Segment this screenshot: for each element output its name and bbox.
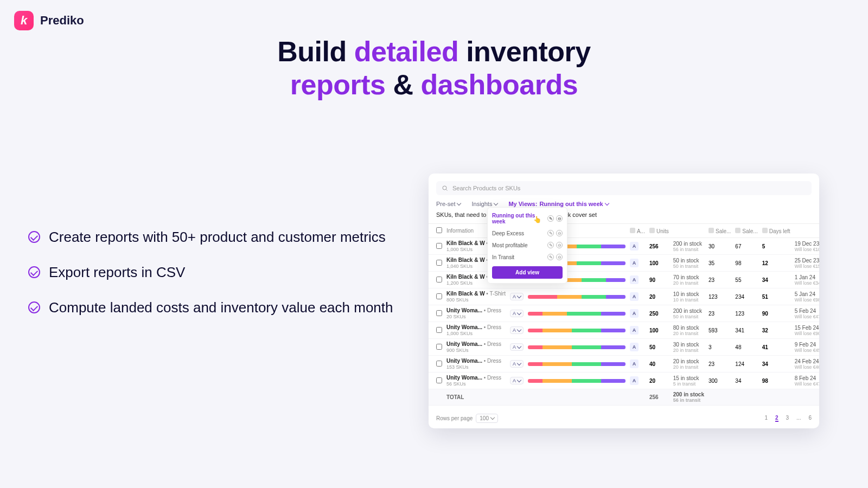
grade-badge: A: [630, 259, 639, 267]
grade-badge: A: [630, 376, 639, 385]
stock-cell: 50 in stock50 in transit: [671, 255, 706, 272]
row-checkbox[interactable]: [436, 344, 442, 350]
stock-cell: 20 in stock20 in transit: [671, 356, 706, 373]
page-1[interactable]: 1: [764, 415, 768, 422]
units-cell: 256: [647, 238, 671, 255]
date-cell: 5 Jan 24Will lose €982 per day: [793, 288, 819, 305]
stock-cell: 200 in stock50 in transit: [671, 305, 706, 322]
search-input[interactable]: Search Products or SKUs: [436, 181, 812, 195]
row-checkbox[interactable]: [436, 327, 442, 333]
sale1-cell: 23: [706, 305, 733, 322]
svg-point-0: [443, 186, 446, 190]
table-row: Kiln Black & W • T-Shirt800 SKUs A A 20 …: [429, 288, 819, 305]
bullet-text: Export reports in CSV: [49, 263, 185, 282]
units-cell: 20: [647, 288, 671, 305]
daysleft-cell: 98: [760, 373, 793, 389]
sale2-cell: 124: [733, 356, 760, 373]
grade-select[interactable]: A: [510, 360, 524, 368]
table-row: Unity Woma... • Dress1,000 SKUs A A 100 …: [429, 322, 819, 339]
rows-per-page-select[interactable]: 100: [476, 414, 498, 423]
col-units[interactable]: Units: [647, 224, 671, 238]
sale2-cell: 341: [733, 322, 760, 339]
view-item-running-out[interactable]: Running out this week✎⊖: [488, 210, 567, 227]
remove-icon[interactable]: ⊖: [556, 242, 563, 248]
stock-cell: 70 in stock20 in transit: [671, 272, 706, 288]
grade-select[interactable]: A: [510, 293, 524, 300]
daysleft-cell: 34: [760, 356, 793, 373]
grade-select[interactable]: A: [510, 343, 524, 351]
total-stock: 200 in stock56 in transit: [671, 389, 706, 406]
pagination: 1 2 3 ... 6: [764, 415, 812, 422]
bullet-2: Export reports in CSV: [28, 263, 397, 282]
edit-icon[interactable]: ✎: [547, 230, 554, 236]
units-cell: 100: [647, 255, 671, 272]
stock-cell: 200 in stock56 in transit: [671, 238, 706, 255]
rows-per-page: Rows per page 100: [436, 414, 498, 423]
view-item-deep-excess[interactable]: Deep Excess✎⊖: [488, 227, 567, 239]
daysleft-cell: 5: [760, 238, 793, 255]
col-sale2[interactable]: Sale...: [733, 224, 760, 238]
select-all-checkbox[interactable]: [436, 227, 442, 233]
row-checkbox[interactable]: [436, 361, 442, 367]
insights-dropdown[interactable]: Insights: [471, 201, 497, 207]
date-cell: 5 Feb 24Will lose €475 per day: [793, 305, 819, 322]
sale2-cell: 55: [733, 272, 760, 288]
product-info: Unity Woma... • Dress20 SKUs: [444, 305, 508, 322]
sale2-cell: 234: [733, 288, 760, 305]
row-checkbox[interactable]: [436, 243, 442, 249]
bullet-text: Compute landed costs and inventory value…: [49, 298, 393, 317]
grade-select[interactable]: A: [510, 326, 524, 334]
stock-bar: [528, 345, 626, 349]
col-sale1[interactable]: Sale...: [706, 224, 733, 238]
row-checkbox[interactable]: [436, 310, 442, 316]
grade-badge: A: [630, 343, 639, 351]
product-info: Unity Woma... • Dress1,000 SKUs: [444, 322, 508, 339]
edit-icon[interactable]: ✎: [547, 254, 554, 260]
col-daysleft[interactable]: Days left: [760, 224, 793, 238]
svg-line-1: [446, 190, 448, 191]
cursor-icon: 👆: [533, 216, 541, 223]
view-item-most-profitable[interactable]: Most profitable✎⊖: [488, 239, 567, 251]
row-checkbox[interactable]: [436, 260, 442, 266]
stock-cell: 15 in stock5 in transit: [671, 373, 706, 389]
row-checkbox[interactable]: [436, 277, 442, 282]
chevron-down-icon: [604, 201, 609, 205]
chevron-down-icon: [457, 201, 461, 205]
daysleft-cell: 34: [760, 272, 793, 288]
units-cell: 50: [647, 339, 671, 356]
grade-select[interactable]: A: [510, 310, 524, 317]
stock-bar: [528, 362, 626, 366]
sale1-cell: 300: [706, 373, 733, 389]
date-cell: 15 Feb 24Will lose €90 per day: [793, 322, 819, 339]
remove-icon[interactable]: ⊖: [556, 254, 563, 260]
preset-dropdown[interactable]: Pre-set: [436, 201, 461, 207]
page-6[interactable]: 6: [808, 415, 812, 422]
product-info: Unity Woma... • Dress56 SKUs: [444, 373, 508, 389]
row-checkbox[interactable]: [436, 293, 442, 299]
date-cell: 25 Dec 23Will lose €156 per day: [793, 255, 819, 272]
search-icon: [442, 185, 448, 191]
stock-cell: 80 in stock20 in transit: [671, 322, 706, 339]
date-cell: 19 Dec 23Will lose €100 per day: [793, 238, 819, 255]
sale2-cell: 123: [733, 305, 760, 322]
remove-icon[interactable]: ⊖: [556, 230, 563, 236]
bullet-text: Create reports with 50+ product and cust…: [49, 228, 386, 247]
grade-select[interactable]: A: [510, 377, 524, 384]
daysleft-cell: 41: [760, 339, 793, 356]
brand-name: Prediko: [40, 14, 84, 28]
page-2[interactable]: 2: [775, 415, 778, 422]
chevron-down-icon: [494, 201, 498, 205]
stock-cell: 10 in stock10 in transit: [671, 288, 706, 305]
sale2-cell: 98: [733, 255, 760, 272]
edit-icon[interactable]: ✎: [547, 242, 554, 248]
row-checkbox[interactable]: [436, 377, 442, 383]
daysleft-cell: 90: [760, 305, 793, 322]
add-view-button[interactable]: Add view: [492, 266, 563, 279]
myviews-dropdown[interactable]: My Views: Running out this week: [508, 201, 608, 207]
view-item-in-transit[interactable]: In Transit✎⊖: [488, 251, 567, 263]
remove-icon[interactable]: ⊖: [556, 215, 563, 222]
page-3[interactable]: 3: [786, 415, 789, 422]
col-a[interactable]: A...: [628, 224, 647, 238]
edit-icon[interactable]: ✎: [547, 215, 554, 222]
units-cell: 90: [647, 272, 671, 288]
